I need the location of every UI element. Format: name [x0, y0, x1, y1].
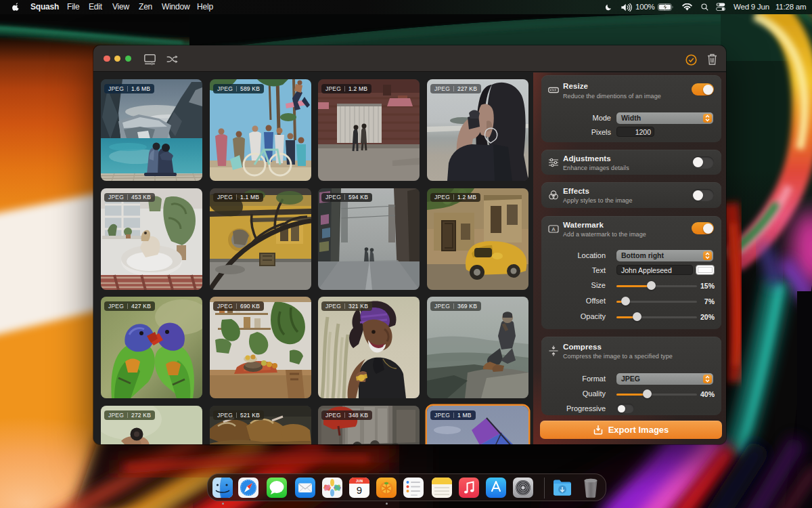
svg-text:A: A [551, 226, 556, 232]
svg-text:JUN: JUN [356, 479, 363, 483]
svg-text:9: 9 [357, 484, 362, 496]
